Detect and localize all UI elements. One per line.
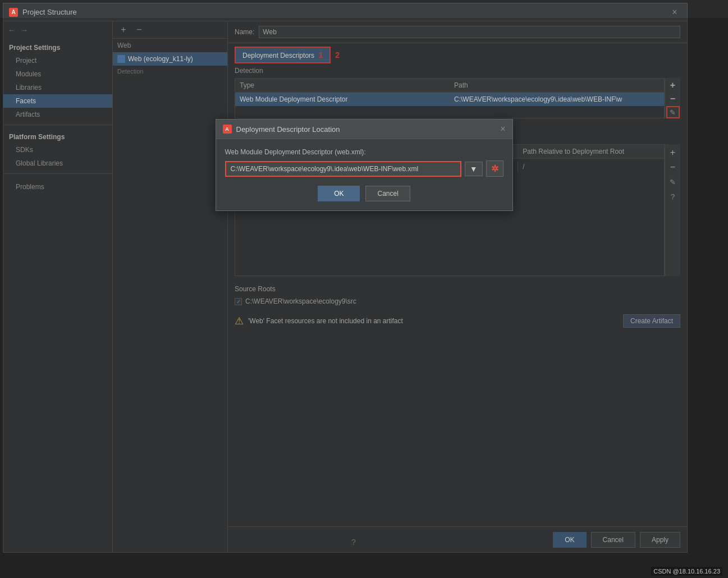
close-button[interactable]: × — [668, 6, 681, 19]
modal-path-input[interactable] — [225, 161, 461, 177]
modal-cancel-button[interactable]: Cancel — [365, 186, 410, 201]
modal-body: Web Module Deployment Descriptor (web.xm… — [216, 139, 512, 210]
modal-descriptor-label: Web Module Deployment Descriptor (web.xm… — [225, 148, 503, 156]
window-title: Project Structure — [22, 8, 668, 16]
modal-title-bar: A Deployment Descriptor Location × — [216, 120, 512, 139]
modal-input-row: ▼ ✲ — [225, 160, 503, 177]
app-icon: A — [9, 8, 18, 17]
modal-overlay[interactable]: A Deployment Descriptor Location × Web M… — [0, 18, 728, 578]
deployment-descriptor-modal: A Deployment Descriptor Location × Web M… — [216, 119, 513, 211]
modal-dropdown-button[interactable]: ▼ — [465, 162, 483, 176]
modal-title: Deployment Descriptor Location — [236, 125, 501, 134]
modal-ok-button[interactable]: OK — [318, 186, 360, 201]
modal-browse-button[interactable]: ✲ — [486, 160, 503, 177]
modal-close-button[interactable]: × — [500, 124, 505, 134]
modal-icon: A — [223, 125, 232, 134]
modal-buttons: OK Cancel — [225, 186, 503, 201]
